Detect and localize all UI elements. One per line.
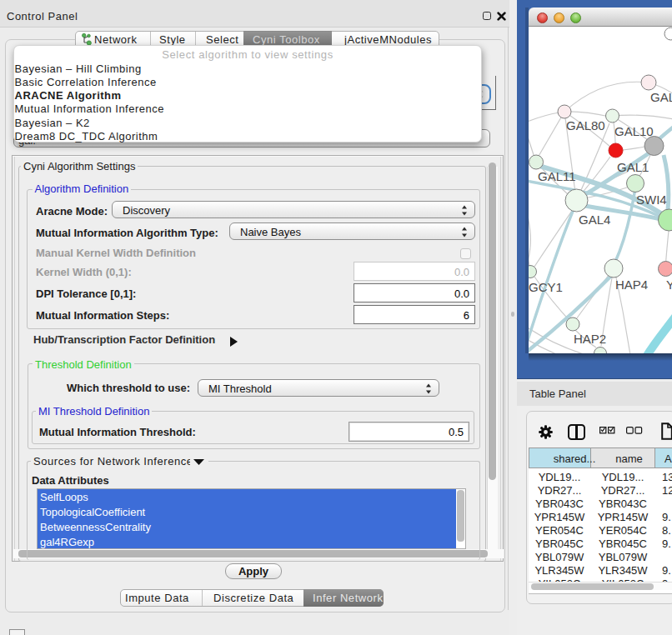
svg-text:GAL10: GAL10 bbox=[614, 124, 654, 138]
svg-text:HAP2: HAP2 bbox=[574, 332, 606, 346]
svg-text:GAL4: GAL4 bbox=[579, 212, 610, 227]
svg-text:HAP4: HAP4 bbox=[615, 278, 648, 292]
svg-text:YD: YD bbox=[666, 278, 672, 292]
svg-text:GAL80: GAL80 bbox=[566, 118, 605, 132]
svg-text:GCY1: GCY1 bbox=[529, 280, 563, 294]
svg-text:GAL11: GAL11 bbox=[538, 169, 576, 183]
svg-text:GAL1: GAL1 bbox=[617, 160, 649, 174]
svg-text:GAL2: GAL2 bbox=[650, 90, 672, 104]
svg-text:SWI4: SWI4 bbox=[636, 192, 667, 207]
